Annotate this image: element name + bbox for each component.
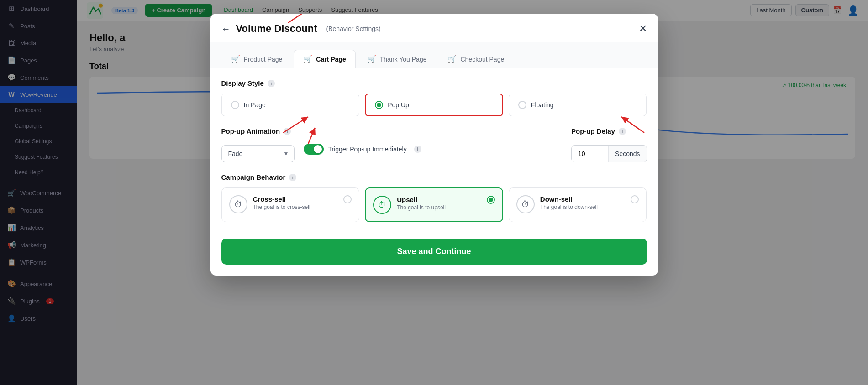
trigger-group: Trigger Pop-up Immediately i	[304, 144, 421, 155]
behavior-settings-modal: ← Volume Discount (Behavior Settings) ✕ …	[210, 14, 658, 276]
delay-suffix: Seconds	[608, 146, 646, 162]
trigger-toggle-wrapper: Trigger Pop-up Immediately i	[304, 144, 421, 155]
upsell-icon: ⏱	[373, 196, 391, 214]
modal-close-button[interactable]: ✕	[639, 23, 647, 35]
pop-up-radio	[375, 101, 383, 109]
modal-back-button[interactable]: ←	[221, 24, 231, 34]
style-option-pop-up[interactable]: Pop Up	[365, 94, 503, 116]
tab-checkout-page[interactable]: 🛒 Checkout Page	[438, 50, 514, 68]
modal-header: ← Volume Discount (Behavior Settings) ✕	[210, 14, 658, 42]
tab-cart-page[interactable]: 🛒 Cart Page	[294, 50, 355, 68]
modal-overlay: ← Volume Discount (Behavior Settings) ✕ …	[0, 0, 868, 385]
popup-animation-group: Pop-up Animation i Fade Slide Zoom	[221, 127, 295, 162]
behavior-down-sell[interactable]: ⏱ Down-sell The goal is to down-sell	[509, 187, 647, 222]
trigger-toggle[interactable]	[304, 144, 324, 155]
popup-delay-label: Pop-up Delay i	[571, 127, 647, 135]
modal-body: Display Style i In Page Pop Up	[210, 68, 658, 276]
behavior-options: ⏱ Cross-sell The goal is to cross-sell ⏱…	[221, 187, 647, 222]
upsell-radio-inner	[489, 198, 493, 202]
product-page-tab-icon: 🛒	[231, 55, 240, 63]
modal-tabs: 🛒 Product Page 🛒 Cart Page 🛒 Thank You P…	[210, 42, 658, 68]
popup-animation-info-icon[interactable]: i	[284, 128, 291, 135]
display-style-info-icon[interactable]: i	[268, 80, 275, 87]
cross-sell-text: Cross-sell The goal is to cross-sell	[253, 195, 338, 210]
checkout-page-tab-icon: 🛒	[447, 55, 457, 63]
upsell-radio	[487, 196, 495, 204]
tab-thank-you-page[interactable]: 🛒 Thank You Page	[358, 50, 437, 68]
in-page-radio	[231, 101, 239, 109]
style-option-floating[interactable]: Floating	[509, 94, 647, 116]
floating-radio	[518, 101, 526, 109]
popup-animation-label: Pop-up Animation i	[221, 127, 295, 135]
pop-up-radio-inner	[377, 103, 381, 107]
down-sell-icon: ⏱	[516, 195, 535, 213]
popup-delay-group: Pop-up Delay i Seconds	[571, 127, 647, 162]
modal-subtitle: (Behavior Settings)	[326, 25, 381, 32]
svg-line-5	[308, 128, 315, 144]
campaign-behavior-section: Campaign Behavior i	[221, 173, 647, 181]
trigger-info-icon[interactable]: i	[414, 146, 421, 153]
save-and-continue-button[interactable]: Save and Continue	[221, 239, 647, 265]
animation-select-wrapper: Fade Slide Zoom Bounce ▼	[221, 145, 295, 162]
delay-input-row: Seconds	[571, 145, 647, 162]
down-sell-text: Down-sell The goal is to down-sell	[540, 195, 626, 210]
popup-delay-info-icon[interactable]: i	[619, 128, 626, 135]
tab-product-page[interactable]: 🛒 Product Page	[221, 50, 292, 68]
campaign-behavior-info-icon[interactable]: i	[289, 174, 296, 181]
thank-you-page-tab-icon: 🛒	[367, 55, 376, 63]
behavior-cross-sell[interactable]: ⏱ Cross-sell The goal is to cross-sell	[221, 187, 360, 222]
toggle-knob	[314, 145, 322, 153]
upsell-text: Upsell The goal is to upsell	[397, 196, 481, 211]
delay-input[interactable]	[572, 146, 608, 162]
display-style-options: In Page Pop Up Floating	[221, 94, 647, 116]
cross-sell-radio	[343, 195, 352, 203]
behavior-upsell[interactable]: ⏱ Upsell The goal is to upsell	[365, 187, 503, 222]
down-sell-radio	[631, 195, 639, 203]
cross-sell-icon: ⏱	[229, 195, 247, 213]
modal-title: Volume Discount	[236, 23, 317, 35]
style-option-in-page[interactable]: In Page	[221, 94, 360, 116]
animation-select[interactable]: Fade Slide Zoom Bounce	[221, 145, 295, 162]
display-style-section: Display Style i	[221, 79, 647, 87]
cart-page-tab-icon: 🛒	[303, 55, 312, 63]
